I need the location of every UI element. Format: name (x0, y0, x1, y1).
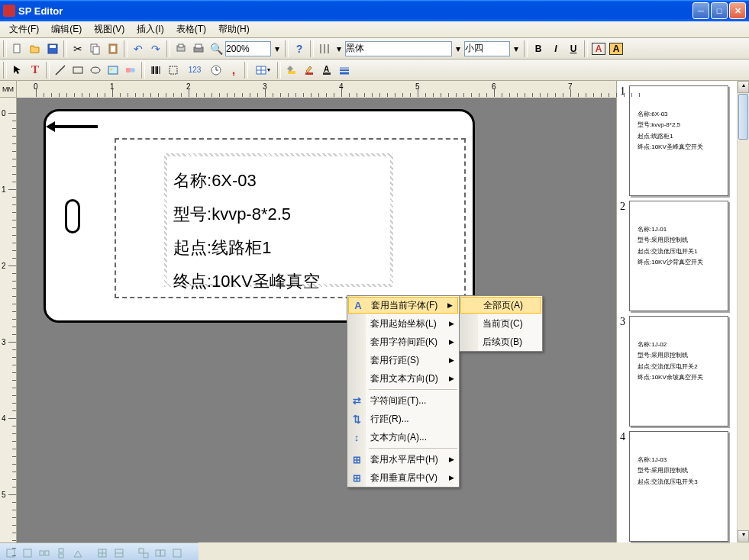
bottom-btn-1[interactable] (3, 546, 18, 561)
ctx-hcenter[interactable]: ⊞套用水平居中(H)▶ (347, 450, 459, 468)
ctx-charspace[interactable]: ⇄字符间距(T)... (347, 391, 459, 410)
align-tool-button[interactable] (316, 40, 333, 57)
vertical-ruler[interactable]: 0123456 (0, 98, 17, 542)
bottom-btn-3[interactable] (37, 546, 52, 561)
pointer-tool[interactable] (9, 62, 26, 79)
sub-current-page[interactable]: 当前页(C) (460, 314, 542, 333)
comma-tool[interactable]: , (225, 62, 242, 79)
print-button[interactable] (190, 40, 207, 57)
minimize-button[interactable]: ─ (693, 2, 709, 19)
bold-button[interactable]: B (530, 40, 547, 57)
svg-point-20 (131, 68, 135, 72)
ctx-vcenter[interactable]: ⊞套用垂直居中(V)▶ (347, 468, 459, 487)
new-button[interactable] (9, 40, 26, 57)
svg-rect-0 (14, 44, 20, 53)
thumbnail-item[interactable]: 2名称:1J-01型号:采用原控制线起点:交流低压电开关1终点:10KV沙背真空… (620, 201, 734, 311)
image-tool[interactable] (105, 62, 121, 79)
svg-rect-15 (73, 67, 82, 73)
line-tool[interactable] (52, 62, 69, 79)
font-size-combo[interactable] (464, 41, 510, 56)
thumbnail-item[interactable]: 3名称:1J-02型号:采用原控制线起点:交流低压电开关2终点:10KV余坡真空… (620, 316, 734, 426)
maximize-button[interactable]: □ (711, 2, 728, 19)
redo-button[interactable]: ↷ (147, 40, 164, 57)
barcode-tool[interactable] (147, 62, 164, 79)
align-dropdown[interactable]: ▾ (334, 40, 344, 57)
bottom-btn-5[interactable] (70, 546, 86, 561)
ellipse-tool[interactable] (87, 62, 104, 79)
rect-tool[interactable] (69, 62, 86, 79)
zoom-tool-button[interactable]: 🔍 (208, 40, 224, 57)
thumbnail-item[interactable]: 1名称:6X-03型号:kvvp-8*2.5起点:线路柜1终点:10KV圣峰真空… (620, 85, 734, 196)
bottom-btn-8[interactable] (136, 546, 151, 561)
ctx-apply-textdir[interactable]: 套用文本方向(D)▶ (347, 369, 459, 388)
ctx-apply-charspace[interactable]: 套用字符间距(K)▶ (347, 333, 459, 351)
fill-color-tool[interactable] (283, 62, 300, 79)
thumbnail-scrollbar[interactable]: ▴ ▾ (737, 81, 749, 542)
print-preview-button[interactable] (173, 40, 189, 57)
menu-table[interactable]: 表格(T) (170, 21, 212, 38)
font-name-combo[interactable] (345, 41, 452, 56)
zoom-combo[interactable] (225, 41, 271, 56)
select-area-tool[interactable] (165, 62, 182, 79)
font-size-dropdown[interactable]: ▾ (511, 40, 521, 57)
shape-tool[interactable] (122, 62, 139, 79)
save-button[interactable] (44, 40, 61, 57)
menu-file[interactable]: 文件(F) (3, 21, 45, 38)
svg-rect-54 (160, 550, 165, 556)
line-style-tool[interactable] (336, 62, 353, 79)
svg-rect-55 (173, 549, 181, 557)
label-card[interactable]: 名称:6X-03 型号:kvvp-8*2.5 起点:线路柜1 终点:10KV圣峰… (44, 109, 475, 323)
ctx-apply-font[interactable]: A套用当前字体(F)▶ (348, 297, 458, 314)
scroll-down-button[interactable]: ▾ (738, 530, 749, 542)
menu-view[interactable]: 视图(V) (88, 21, 131, 38)
thumbnail-item[interactable]: 4名称:1J-03型号:采用原控制线起点:交流低压电开关3 (620, 431, 734, 542)
copy-button[interactable] (87, 40, 104, 57)
font-name-dropdown[interactable]: ▾ (453, 40, 463, 57)
ctx-textdir[interactable]: ↕文本方向(A)... (347, 428, 459, 446)
bottom-btn-7[interactable] (111, 546, 127, 561)
zoom-dropdown[interactable]: ▾ (272, 40, 282, 57)
underline-button[interactable]: U (565, 40, 582, 57)
ctx-linespace[interactable]: ⇅行距(R)... (347, 410, 459, 428)
font-color-tool[interactable]: A (318, 62, 335, 79)
bottom-btn-10[interactable] (169, 546, 185, 561)
svg-rect-6 (111, 46, 115, 52)
table-tool[interactable]: ▾ (250, 62, 275, 79)
paste-button[interactable] (105, 40, 121, 57)
svg-rect-34 (305, 72, 313, 75)
ctx-apply-origin[interactable]: 套用起始坐标(L)▶ (347, 314, 459, 333)
help-button[interactable]: ? (291, 40, 308, 57)
menu-help[interactable]: 帮助(H) (212, 21, 256, 38)
time-tool[interactable] (208, 62, 224, 79)
bottom-btn-4[interactable] (53, 546, 69, 561)
ctx-apply-linespace[interactable]: 套用行距(S)▶ (347, 351, 459, 369)
bottom-btn-9[interactable] (153, 546, 168, 561)
scroll-up-button[interactable]: ▴ (738, 81, 749, 93)
text-tool[interactable]: T (27, 62, 44, 79)
bottom-btn-2[interactable] (20, 546, 35, 561)
bottom-btn-6[interactable] (95, 546, 110, 561)
menu-insert[interactable]: 插入(I) (131, 21, 169, 38)
sub-following-pages[interactable]: 后续页(B) (460, 333, 542, 351)
canvas[interactable]: 名称:6X-03 型号:kvvp-8*2.5 起点:线路柜1 终点:10KV圣峰… (17, 98, 616, 542)
cut-button[interactable]: ✂ (69, 40, 86, 57)
font-color-button[interactable]: A (590, 40, 607, 57)
label-line-1[interactable]: 名称:6X-03 (173, 164, 384, 198)
hcenter-icon: ⊞ (350, 453, 363, 465)
highlight-button[interactable]: A (608, 40, 625, 57)
menu-edit[interactable]: 编辑(E) (45, 21, 88, 38)
open-button[interactable] (27, 40, 44, 57)
label-line-2[interactable]: 型号:kvvp-8*2.5 (173, 198, 384, 231)
close-button[interactable]: ✕ (729, 2, 746, 19)
label-line-4[interactable]: 终点:10KV圣峰真空 (173, 265, 384, 298)
italic-button[interactable]: I (547, 40, 564, 57)
serial-tool[interactable]: 123 (182, 62, 207, 79)
label-line-3[interactable]: 起点:线路柜1 (173, 231, 384, 265)
sub-all-pages[interactable]: 全部页(A) (460, 297, 541, 314)
svg-rect-8 (179, 44, 183, 47)
undo-button[interactable]: ↶ (130, 40, 147, 57)
line-color-tool[interactable] (301, 62, 318, 79)
svg-rect-51 (139, 549, 144, 553)
text-selection-box[interactable]: 名称:6X-03 型号:kvvp-8*2.5 起点:线路柜1 终点:10KV圣峰… (164, 153, 393, 287)
scroll-thumb[interactable] (738, 94, 748, 140)
